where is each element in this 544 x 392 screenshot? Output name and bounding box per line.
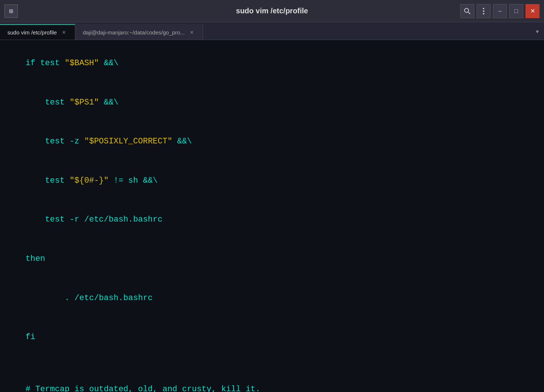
minimize-icon: – — [498, 8, 502, 14]
svg-line-1 — [468, 12, 471, 14]
tab-close-vim[interactable]: ✕ — [60, 29, 67, 36]
code-line-10: # Termcap is outdated, old, and crusty, … — [6, 370, 538, 392]
code-line-5: test -r /etc/bash.bashrc — [6, 200, 538, 239]
maximize-icon: □ — [514, 8, 518, 14]
close-icon: ✕ — [530, 7, 535, 14]
chevron-down-icon: ▼ — [536, 29, 539, 35]
titlebar: ⊞ sudo vim /etc/profile – □ ✕ — [0, 0, 544, 22]
tab-vim-profile[interactable]: sudo vim /etc/profile ✕ — [0, 24, 75, 40]
window-controls: – □ ✕ — [460, 4, 540, 18]
code-line-9 — [6, 357, 538, 370]
window-title: sudo vim /etc/profile — [236, 7, 308, 15]
maximize-button[interactable]: □ — [509, 4, 523, 18]
tabbar: sudo vim /etc/profile ✕ daji@daji-manjar… — [0, 22, 544, 40]
tab-label-2: daji@daji-manjaro:~/data/codes/go_pro... — [83, 29, 185, 36]
kebab-icon — [483, 8, 484, 14]
tab-dropdown-button[interactable]: ▼ — [531, 24, 544, 40]
titlebar-left: ⊞ — [4, 4, 18, 18]
search-button[interactable] — [460, 4, 474, 18]
code-line-3: test -z "$POSIXLY_CORRECT" &&\ — [6, 122, 538, 161]
code-line-4: test "${0#-}" != sh &&\ — [6, 161, 538, 200]
code-line-7: . /etc/bash.bashrc — [6, 278, 538, 318]
code-line-8: fi — [6, 318, 538, 357]
new-tab-icon[interactable]: ⊞ — [4, 4, 18, 18]
code-line-2: test "$PS1" &&\ — [6, 83, 538, 122]
code-line-1: if test "$BASH" &&\ — [6, 44, 538, 83]
tab-close-terminal[interactable]: ✕ — [188, 29, 195, 36]
tab-label: sudo vim /etc/profile — [7, 29, 57, 36]
minimize-button[interactable]: – — [493, 4, 507, 18]
close-button[interactable]: ✕ — [525, 4, 540, 18]
menu-button[interactable] — [477, 4, 491, 18]
svg-point-0 — [465, 8, 469, 12]
code-line-6: then — [6, 239, 538, 279]
search-icon — [464, 7, 471, 15]
tab-terminal[interactable]: daji@daji-manjaro:~/data/codes/go_pro...… — [75, 24, 203, 40]
code-editor[interactable]: if test "$BASH" &&\ test "$PS1" &&\ test… — [0, 40, 544, 392]
